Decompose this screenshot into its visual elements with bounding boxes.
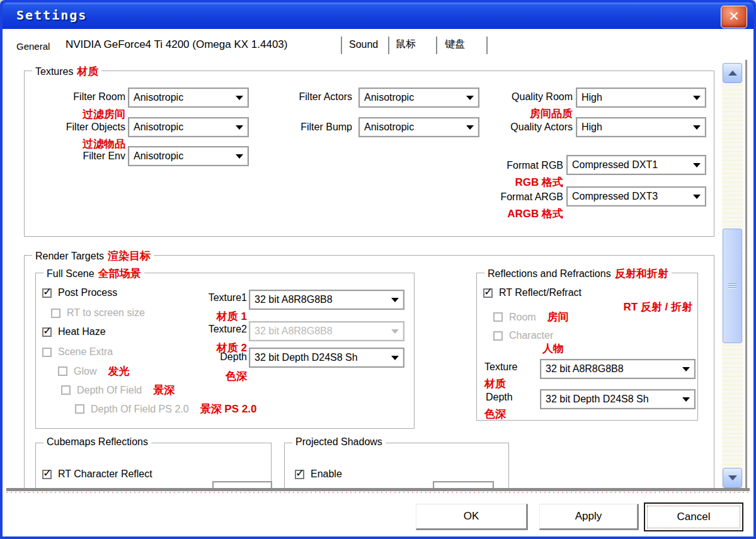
quality-actors-select[interactable]: High bbox=[576, 117, 706, 137]
rt-reflect-refract-checkbox[interactable]: RT Reflect/Refract bbox=[483, 287, 581, 298]
filter-room-annotation: 过滤房间 bbox=[36, 107, 125, 122]
rt-to-screen-size-checkbox[interactable]: RT to screen size bbox=[51, 307, 145, 319]
format-argb-select[interactable]: Compressed DXT3 bbox=[566, 186, 706, 207]
vertical-scrollbar[interactable] bbox=[722, 63, 743, 488]
character-checkbox[interactable]: Character bbox=[493, 330, 553, 341]
scroll-up-icon bbox=[728, 71, 737, 76]
projected-shadows-group: Projected Shadows Enable bbox=[284, 443, 509, 491]
glow-checkbox[interactable]: Glow 发光 bbox=[58, 364, 129, 378]
scroll-down-button[interactable] bbox=[723, 468, 742, 488]
checkbox-unchecked-icon bbox=[75, 404, 84, 414]
texture2-select[interactable]: 32 bit A8R8G8B8 bbox=[249, 321, 404, 341]
scrollbar-thumb[interactable] bbox=[723, 229, 742, 343]
separator-dots bbox=[6, 492, 750, 493]
dropdown-arrow-icon bbox=[231, 154, 248, 159]
cancel-button[interactable]: Cancel bbox=[644, 502, 743, 531]
dropdown-arrow-icon bbox=[678, 367, 694, 372]
ok-button[interactable]: OK bbox=[416, 504, 528, 530]
checkbox-unchecked-icon bbox=[42, 348, 52, 357]
character-annotation: 人物 bbox=[542, 341, 564, 356]
dropdown-arrow-icon bbox=[231, 125, 248, 130]
quality-room-annotation: 房间品质 bbox=[483, 106, 573, 121]
render-targets-annotation: 渲染目标 bbox=[108, 249, 151, 263]
dialog-body: General NVIDIA GeForce4 Ti 4200 (Omega K… bbox=[3, 29, 753, 536]
format-rgb-label: Format RGB bbox=[437, 160, 563, 171]
depth-of-field-ps20-annotation: 景深 PS 2.0 bbox=[200, 402, 257, 416]
reflections-group-title: Reflections and Refractions bbox=[488, 268, 611, 280]
tab-keyboard[interactable]: 键盘 bbox=[445, 38, 465, 51]
format-rgb-select[interactable]: Compressed DXT1 bbox=[566, 155, 706, 175]
dropdown-arrow-icon bbox=[387, 356, 403, 360]
dropdown-arrow-icon bbox=[231, 96, 248, 100]
filter-env-select[interactable]: Anisotropic bbox=[128, 146, 249, 166]
scroll-down-icon bbox=[728, 475, 737, 480]
dropdown-arrow-icon bbox=[689, 125, 705, 130]
full-scene-group-title: Full Scene bbox=[47, 268, 94, 280]
filter-bump-select[interactable]: Anisotropic bbox=[358, 117, 479, 137]
enable-checkbox[interactable]: Enable bbox=[295, 468, 342, 480]
refl-depth-annotation: 色深 bbox=[484, 407, 506, 421]
full-scene-annotation: 全部场景 bbox=[98, 266, 141, 281]
filter-actors-label: Filter Actors bbox=[263, 91, 352, 103]
dropdown-arrow-icon bbox=[462, 125, 478, 130]
tab-separator bbox=[436, 37, 437, 54]
tab-nvidia[interactable]: NVIDIA GeForce4 Ti 4200 (Omega KX 1.4403… bbox=[66, 38, 287, 51]
refl-depth-select[interactable]: 32 bit Depth D24S8 Sh bbox=[540, 389, 696, 409]
checkbox-unchecked-icon bbox=[493, 312, 503, 322]
tab-separator bbox=[388, 37, 389, 54]
dropdown-arrow-icon bbox=[387, 329, 403, 334]
depth-label: Depth bbox=[165, 351, 247, 363]
close-button[interactable]: ✕ bbox=[721, 6, 747, 28]
apply-button[interactable]: Apply bbox=[539, 504, 639, 530]
quality-room-select[interactable]: High bbox=[576, 88, 706, 108]
filter-bump-label: Filter Bump bbox=[263, 122, 352, 133]
dropdown-arrow-icon bbox=[689, 163, 705, 167]
content-viewport: Textures 材质 Filter Room Anisotropic 过滤房间… bbox=[6, 60, 719, 491]
depth-annotation: 色深 bbox=[165, 369, 247, 383]
depth-select[interactable]: 32 bit Depth D24S8 Sh bbox=[249, 348, 404, 368]
quality-room-label: Quality Room bbox=[483, 91, 573, 103]
projected-shadows-group-title: Projected Shadows bbox=[295, 436, 382, 448]
content-bottom-separator bbox=[6, 488, 750, 491]
depth-of-field-checkbox[interactable]: Depth Of Field 景深 bbox=[61, 383, 175, 397]
refl-texture-annotation: 材质 bbox=[484, 377, 506, 391]
checkbox-checked-icon bbox=[295, 470, 304, 479]
filter-room-select[interactable]: Anisotropic bbox=[128, 88, 249, 108]
tab-separator bbox=[486, 37, 488, 54]
window-title: Settings bbox=[16, 8, 87, 23]
close-icon: ✕ bbox=[728, 9, 740, 23]
reflections-group: Reflections and Refractions 反射和折射 RT Ref… bbox=[476, 273, 698, 421]
tab-separator bbox=[341, 37, 342, 54]
checkbox-checked-icon bbox=[42, 470, 52, 479]
checkbox-unchecked-icon bbox=[61, 385, 71, 395]
depth-of-field-ps20-checkbox[interactable]: Depth Of Field PS 2.0 景深 PS 2.0 bbox=[75, 402, 256, 416]
scroll-up-button[interactable] bbox=[723, 63, 742, 83]
dropdown-arrow-icon bbox=[387, 298, 403, 302]
texture1-annotation: 材质 1 bbox=[165, 309, 247, 324]
filter-actors-select[interactable]: Anisotropic bbox=[358, 88, 479, 108]
scrollbar-edge-line bbox=[745, 60, 747, 491]
checkbox-checked-icon bbox=[483, 288, 493, 298]
cubemaps-group-title: Cubemaps Reflections bbox=[47, 436, 148, 448]
filter-objects-label: Filter Objects bbox=[36, 122, 125, 133]
settings-dialog: Settings ✕ General NVIDIA GeForce4 Ti 42… bbox=[0, 0, 756, 539]
refl-texture-select[interactable]: 32 bit A8R8G8B8 bbox=[540, 359, 696, 379]
texture1-select[interactable]: 32 bit A8R8G8B8 bbox=[249, 290, 404, 310]
glow-annotation: 发光 bbox=[108, 364, 129, 378]
post-process-checkbox[interactable]: Post Process bbox=[42, 287, 117, 298]
format-argb-label: Format ARGB bbox=[437, 191, 563, 203]
textures-annotation: 材质 bbox=[77, 64, 98, 79]
filter-objects-select[interactable]: Anisotropic bbox=[128, 117, 249, 137]
rt-character-reflect-checkbox[interactable]: RT Character Reflect bbox=[42, 468, 152, 480]
room-checkbox[interactable]: Room 房间 bbox=[493, 310, 569, 324]
refl-texture-label: Texture bbox=[484, 361, 517, 373]
tab-general[interactable]: General bbox=[16, 41, 50, 52]
heat-haze-checkbox[interactable]: Heat Haze bbox=[42, 326, 106, 338]
title-bar[interactable]: Settings ✕ bbox=[3, 3, 753, 29]
textures-group-title: Textures bbox=[35, 66, 73, 77]
scene-extra-checkbox[interactable]: Scene Extra bbox=[42, 346, 113, 358]
tab-mouse[interactable]: 鼠标 bbox=[396, 38, 416, 51]
filter-room-label: Filter Room bbox=[36, 91, 125, 103]
tab-sound[interactable]: Sound bbox=[349, 39, 378, 50]
depth-of-field-annotation: 景深 bbox=[153, 383, 175, 397]
